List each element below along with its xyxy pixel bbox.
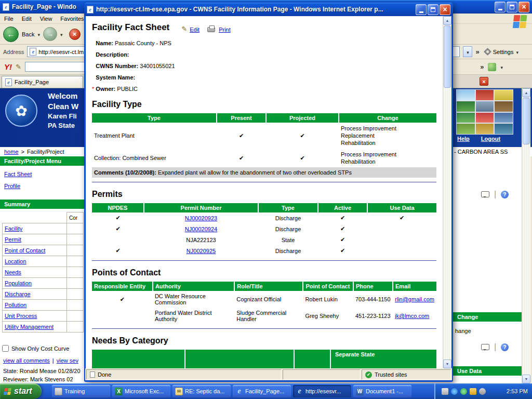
popup-scrollbar[interactable] <box>443 16 451 368</box>
comment-icon[interactable] <box>481 191 489 197</box>
start-button[interactable]: start <box>0 383 42 399</box>
task-button[interactable]: Document1 -... <box>353 385 411 397</box>
help-icon[interactable] <box>501 343 509 351</box>
yahoo-app-icon[interactable] <box>488 63 496 71</box>
summary-status-cell <box>67 267 84 278</box>
scroll-down-arrow[interactable] <box>522 375 530 383</box>
summary-link[interactable]: Utility Management <box>5 324 54 330</box>
summary-link[interactable]: Location <box>5 258 26 264</box>
maximize-button[interactable] <box>507 2 517 12</box>
tray-volume-icon[interactable] <box>479 388 486 395</box>
cost-curve-checkbox[interactable] <box>2 345 9 352</box>
photo-thumbnail <box>476 124 494 134</box>
ie-page-icon: e <box>3 3 9 11</box>
menu-item[interactable]: File <box>4 16 14 22</box>
summary-link[interactable]: Population <box>5 280 32 286</box>
close-button[interactable] <box>440 4 450 15</box>
print-link[interactable]: Print <box>219 26 231 33</box>
yahoo-overflow-icon[interactable] <box>480 63 484 71</box>
permits-table: NPDESPermit NumberTypeActiveUse Data ✔ N… <box>92 203 436 256</box>
needs-column-header: Separate State <box>335 351 375 357</box>
npdes-check: ✔ <box>92 212 144 223</box>
field-label: CWNS Number: <box>96 63 138 69</box>
forward-dropdown-icon[interactable] <box>60 31 63 37</box>
summary-row: Permit <box>3 234 84 245</box>
settings-menu[interactable]: Settings <box>483 48 521 56</box>
tab-facility-page[interactable]: e Facility_Page <box>2 76 83 88</box>
sidebar-link[interactable]: Fact Sheet <box>4 171 32 177</box>
permit-row: NJA222123 State ✔ <box>92 234 436 245</box>
stop-button[interactable] <box>69 29 81 40</box>
menu-item[interactable]: Edit <box>22 16 32 22</box>
tray-network-icon[interactable] <box>451 388 458 395</box>
address-dropdown-button[interactable] <box>463 46 472 57</box>
permit-number[interactable]: NJ00020923 <box>185 215 217 221</box>
scrollbar-thumb[interactable] <box>444 25 451 88</box>
tab-label: Facility_Page <box>15 79 49 85</box>
background-scrollbar[interactable] <box>522 88 530 383</box>
photo-thumbnail <box>457 101 475 112</box>
photo-thumbnail <box>457 113 475 123</box>
task-button[interactable]: Microsoft Exc... <box>112 385 170 397</box>
summary-status-cell <box>67 278 84 289</box>
tray-tools-icon[interactable] <box>442 388 448 395</box>
scrollbar-track[interactable] <box>443 88 451 360</box>
help-icon[interactable] <box>501 191 509 198</box>
summary-link[interactable]: Unit Process <box>5 313 37 319</box>
summary-link[interactable]: Permit <box>5 236 21 243</box>
permit-number[interactable]: NJ00020924 <box>185 226 217 232</box>
summary-link[interactable]: Facility <box>5 225 22 232</box>
permit-number[interactable]: NJ0020925 <box>187 248 216 254</box>
task-button[interactable]: Facility_Page... <box>233 385 291 397</box>
logout-link[interactable]: Logout <box>481 136 500 142</box>
tray-antivirus-icon[interactable] <box>460 388 467 395</box>
minimize-button[interactable] <box>416 4 427 15</box>
back-dropdown-icon[interactable] <box>37 31 40 37</box>
task-button[interactable]: RE: Septic da... <box>172 385 231 397</box>
permit-number[interactable]: NJA222123 <box>186 237 216 243</box>
photo-thumbnail <box>495 101 513 112</box>
menu-item[interactable]: View <box>40 16 52 22</box>
comment-icon[interactable] <box>481 344 489 350</box>
epa-logo <box>5 95 37 127</box>
popup-titlebar[interactable]: e http://esesvr-ct.lm-ese.epa.gov - CWNS… <box>84 3 453 16</box>
breadcrumb-home-link[interactable]: home <box>4 149 19 155</box>
scrollbar-thumb[interactable] <box>523 98 530 144</box>
email-link[interactable]: rlin@gmail.com <box>395 296 434 302</box>
view-several-link[interactable]: view sev <box>57 357 78 364</box>
scroll-up-arrow[interactable] <box>522 88 530 97</box>
scrollbar-track[interactable] <box>522 145 530 375</box>
summary-link[interactable]: Point of Contact <box>5 247 45 254</box>
edit-link[interactable]: Edit <box>190 26 200 33</box>
task-button[interactable]: Training <box>52 385 110 397</box>
task-label: Facility_Page... <box>245 388 284 394</box>
help-link[interactable]: Help <box>457 136 470 142</box>
back-button[interactable] <box>3 26 19 42</box>
popup-statusbar: Done Trusted sites <box>85 368 452 380</box>
summary-link[interactable]: Needs <box>5 269 21 275</box>
chevron-down-icon[interactable] <box>500 64 503 70</box>
sidebar-link[interactable]: Profile <box>4 183 32 189</box>
scroll-down-arrow[interactable] <box>443 360 451 368</box>
use-data-check <box>367 234 436 245</box>
summary-link[interactable]: Pollution <box>5 302 26 308</box>
field-label: System Name: <box>96 74 135 81</box>
forward-button[interactable] <box>43 27 57 41</box>
view-all-comments-link[interactable]: view all comments <box>3 357 50 364</box>
task-button[interactable]: http://esesvr... <box>293 385 351 397</box>
minimize-button[interactable] <box>495 2 506 12</box>
close-tab-button[interactable] <box>480 77 488 86</box>
menu-item[interactable]: Favorites <box>60 16 84 22</box>
contact-row: ✔ DC Water Resource Commission Cognizant… <box>92 291 436 308</box>
summary-row: Utility Management <box>3 322 84 332</box>
email-link[interactable]: jk@lmco.com <box>395 313 429 319</box>
close-button[interactable] <box>518 2 529 12</box>
breadcrumb-separator: > <box>21 149 24 155</box>
toolbar-overflow-icon[interactable] <box>475 48 479 56</box>
task-icon <box>296 388 303 395</box>
scroll-up-arrow[interactable] <box>443 16 451 25</box>
tray-update-icon[interactable] <box>470 388 476 395</box>
summary-row: Location <box>3 256 84 267</box>
summary-link[interactable]: Discharge <box>5 291 31 297</box>
maximize-button[interactable] <box>428 4 438 15</box>
